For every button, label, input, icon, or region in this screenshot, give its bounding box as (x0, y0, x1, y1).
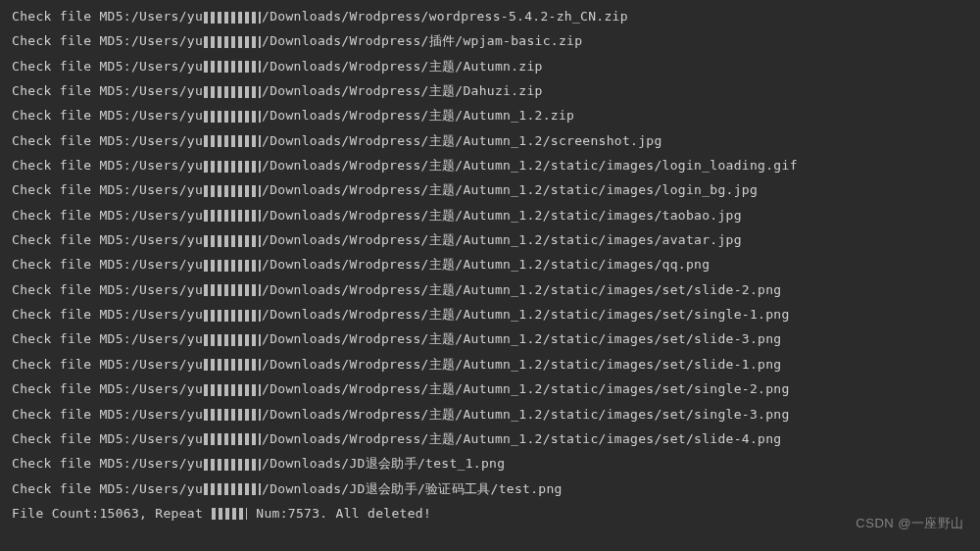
summary-suffix: Num:7573. All deleted! (248, 506, 431, 521)
redacted-segment (204, 459, 261, 471)
terminal-line: Check file MD5:/Users/yu/Downloads/Wrodp… (12, 128, 968, 153)
summary-prefix: File Count:15063, Repeat (12, 506, 211, 521)
line-prefix: Check file MD5:/Users/yu (12, 307, 203, 322)
watermark: CSDN @一座野山 (856, 511, 964, 535)
terminal-line: Check file MD5:/Users/yu/Downloads/Wrodp… (12, 352, 968, 376)
line-path: /Downloads/Wrodpress/主题/Autumn_1.2/stati… (262, 158, 798, 173)
line-path: /Downloads/Wrodpress/插件/wpjam-basic.zip (262, 33, 582, 48)
line-path: /Downloads/Wrodpress/主题/Autumn_1.2/stati… (262, 431, 781, 446)
terminal-line: Check file MD5:/Users/yu/Downloads/Wrodp… (12, 426, 968, 451)
redacted-segment (204, 210, 261, 222)
line-path: /Downloads/JD退会助手/test_1.png (262, 456, 505, 471)
redacted-segment (204, 260, 261, 272)
line-prefix: Check file MD5:/Users/yu (12, 282, 203, 297)
line-prefix: Check file MD5:/Users/yu (12, 407, 203, 422)
redacted-segment (204, 235, 261, 247)
terminal-line: Check file MD5:/Users/yu/Downloads/Wrodp… (12, 4, 968, 28)
redacted-segment (204, 111, 261, 123)
redacted-segment (204, 433, 261, 445)
line-path: /Downloads/Wrodpress/主题/Autumn_1.2/stati… (262, 282, 781, 297)
line-path: /Downloads/Wrodpress/主题/Autumn_1.2/stati… (262, 232, 742, 247)
terminal-line: Check file MD5:/Users/yu/Downloads/Wrodp… (12, 376, 968, 401)
redacted-segment (204, 36, 261, 48)
line-prefix: Check file MD5:/Users/yu (12, 381, 203, 396)
line-path: /Downloads/Wrodpress/wordpress-5.4.2-zh_… (262, 9, 628, 24)
terminal-line: Check file MD5:/Users/yu/Downloads/Wrodp… (12, 177, 968, 202)
terminal-line: Check file MD5:/Users/yu/Downloads/Wrodp… (12, 103, 968, 127)
line-path: /Downloads/Wrodpress/主题/Autumn_1.2/stati… (262, 307, 790, 322)
redacted-segment (204, 135, 261, 147)
line-path: /Downloads/Wrodpress/主题/Autumn.zip (262, 59, 543, 74)
redacted-segment (204, 12, 261, 24)
line-prefix: Check file MD5:/Users/yu (12, 83, 203, 98)
terminal-line: Check file MD5:/Users/yu/Downloads/Wrodp… (12, 252, 968, 276)
line-path: /Downloads/Wrodpress/主题/Autumn_1.2.zip (262, 108, 574, 123)
line-path: /Downloads/JD退会助手/验证码工具/test.png (262, 481, 563, 496)
terminal-line: Check file MD5:/Users/yu/Downloads/Wrodp… (12, 326, 968, 351)
line-prefix: Check file MD5:/Users/yu (12, 257, 203, 272)
line-prefix: Check file MD5:/Users/yu (12, 357, 203, 372)
line-prefix: Check file MD5:/Users/yu (12, 33, 203, 48)
line-path: /Downloads/Wrodpress/主题/Autumn_1.2/stati… (262, 182, 758, 197)
line-prefix: Check file MD5:/Users/yu (12, 456, 203, 471)
terminal-line: Check file MD5:/Users/yu/Downloads/Wrodp… (12, 402, 968, 426)
line-path: /Downloads/Wrodpress/主题/Autumn_1.2/scree… (262, 133, 662, 148)
line-path: /Downloads/Wrodpress/主题/Autumn_1.2/stati… (262, 381, 790, 396)
line-prefix: Check file MD5:/Users/yu (12, 182, 203, 197)
line-path: /Downloads/Wrodpress/主题/Autumn_1.2/stati… (262, 257, 710, 272)
line-prefix: Check file MD5:/Users/yu (12, 208, 203, 223)
line-path: /Downloads/Wrodpress/主题/Autumn_1.2/stati… (262, 331, 781, 346)
terminal-line: Check file MD5:/Users/yu/Downloads/Wrodp… (12, 153, 968, 177)
terminal-output: Check file MD5:/Users/yu/Downloads/Wrodp… (12, 4, 968, 526)
terminal-line: Check file MD5:/Users/yu/Downloads/Wrodp… (12, 54, 968, 78)
terminal-line: Check file MD5:/Users/yu/Downloads/Wrodp… (12, 78, 968, 103)
redacted-segment (204, 409, 261, 421)
redacted-segment (204, 384, 261, 396)
terminal-line: Check file MD5:/Users/yu/Downloads/Wrodp… (12, 203, 968, 227)
line-path: /Downloads/Wrodpress/主题/Dahuzi.zip (262, 83, 543, 98)
terminal-line: Check file MD5:/Users/yu/Downloads/Wrodp… (12, 302, 968, 326)
line-prefix: Check file MD5:/Users/yu (12, 108, 203, 123)
line-prefix: Check file MD5:/Users/yu (12, 133, 203, 148)
line-path: /Downloads/Wrodpress/主题/Autumn_1.2/stati… (262, 208, 742, 223)
terminal-line: Check file MD5:/Users/yu/Downloads/JD退会助… (12, 451, 968, 476)
redacted-segment (204, 284, 261, 296)
line-prefix: Check file MD5:/Users/yu (12, 158, 203, 173)
line-prefix: Check file MD5:/Users/yu (12, 9, 203, 24)
line-prefix: Check file MD5:/Users/yu (12, 481, 203, 496)
redacted-segment (204, 185, 261, 197)
line-prefix: Check file MD5:/Users/yu (12, 59, 203, 74)
redacted-segment (204, 483, 261, 495)
redacted-segment (204, 61, 261, 73)
terminal-line: Check file MD5:/Users/yu/Downloads/Wrodp… (12, 277, 968, 302)
line-prefix: Check file MD5:/Users/yu (12, 331, 203, 346)
terminal-line: Check file MD5:/Users/yu/Downloads/Wrodp… (12, 227, 968, 252)
line-path: /Downloads/Wrodpress/主题/Autumn_1.2/stati… (262, 357, 781, 372)
line-prefix: Check file MD5:/Users/yu (12, 232, 203, 247)
redacted-segment (204, 359, 261, 371)
line-path: /Downloads/Wrodpress/主题/Autumn_1.2/stati… (262, 407, 790, 422)
summary-line: File Count:15063, Repeat Num:7573. All d… (12, 501, 968, 526)
terminal-line: Check file MD5:/Users/yu/Downloads/Wrodp… (12, 28, 968, 53)
terminal-line: Check file MD5:/Users/yu/Downloads/JD退会助… (12, 476, 968, 501)
redacted-segment (212, 508, 247, 520)
redacted-segment (204, 161, 261, 173)
blank-line (12, 526, 968, 550)
redacted-segment (204, 334, 261, 346)
line-prefix: Check file MD5:/Users/yu (12, 431, 203, 446)
redacted-segment (204, 310, 261, 322)
redacted-segment (204, 86, 261, 98)
